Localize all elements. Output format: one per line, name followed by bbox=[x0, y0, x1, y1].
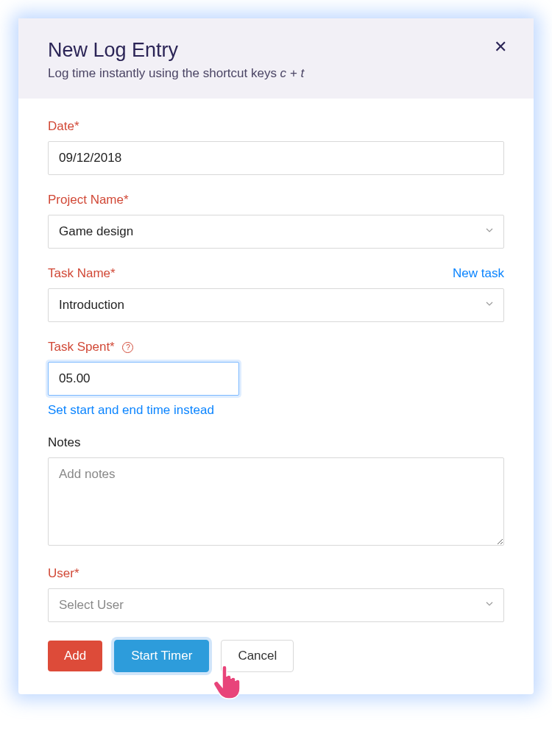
close-icon: ✕ bbox=[494, 38, 507, 56]
modal-subtitle: Log time instantly using the shortcut ke… bbox=[48, 66, 504, 81]
task-spent-label-text: Task Spent* bbox=[48, 340, 115, 354]
task-name-label: Task Name* bbox=[48, 266, 116, 281]
help-icon[interactable]: ? bbox=[122, 342, 133, 353]
chevron-down-icon bbox=[486, 302, 493, 309]
notes-field-group: Notes bbox=[48, 435, 504, 549]
task-name-value: Introduction bbox=[59, 298, 124, 313]
chevron-down-icon bbox=[486, 602, 493, 609]
modal-header: New Log Entry Log time instantly using t… bbox=[18, 18, 534, 99]
modal-body: Date* Project Name* Game design Task Nam… bbox=[18, 99, 534, 694]
cancel-button[interactable]: Cancel bbox=[221, 640, 294, 672]
shortcut-keys: c + t bbox=[280, 66, 305, 80]
project-name-select[interactable]: Game design bbox=[48, 215, 504, 249]
task-name-select[interactable]: Introduction bbox=[48, 288, 504, 322]
new-task-link[interactable]: New task bbox=[453, 266, 504, 281]
start-timer-button[interactable]: Start Timer bbox=[114, 640, 209, 672]
user-select[interactable]: Select User bbox=[48, 588, 504, 622]
set-start-end-time-link[interactable]: Set start and end time instead bbox=[48, 403, 214, 418]
add-button[interactable]: Add bbox=[48, 641, 102, 671]
project-name-value: Game design bbox=[59, 224, 133, 239]
user-placeholder: Select User bbox=[59, 598, 124, 613]
new-log-entry-modal: New Log Entry Log time instantly using t… bbox=[18, 18, 534, 694]
date-input[interactable] bbox=[48, 141, 504, 175]
chevron-down-icon bbox=[486, 228, 493, 235]
task-spent-label: Task Spent* ? bbox=[48, 340, 133, 354]
subtitle-text: Log time instantly using the shortcut ke… bbox=[48, 66, 280, 80]
task-spent-field-group: Task Spent* ? Set start and end time ins… bbox=[48, 340, 504, 418]
task-name-field-group: Task Name* New task Introduction bbox=[48, 266, 504, 322]
date-field-group: Date* bbox=[48, 119, 504, 175]
project-name-field-group: Project Name* Game design bbox=[48, 193, 504, 249]
user-label: User* bbox=[48, 566, 79, 581]
button-row: Add Start Timer Cancel bbox=[48, 640, 504, 672]
notes-label: Notes bbox=[48, 435, 80, 450]
date-label: Date* bbox=[48, 119, 79, 134]
task-spent-input[interactable] bbox=[48, 362, 239, 396]
modal-title: New Log Entry bbox=[48, 39, 504, 62]
project-name-label: Project Name* bbox=[48, 193, 129, 207]
notes-textarea[interactable] bbox=[48, 457, 504, 546]
close-button[interactable]: ✕ bbox=[494, 39, 507, 55]
user-field-group: User* Select User bbox=[48, 566, 504, 622]
